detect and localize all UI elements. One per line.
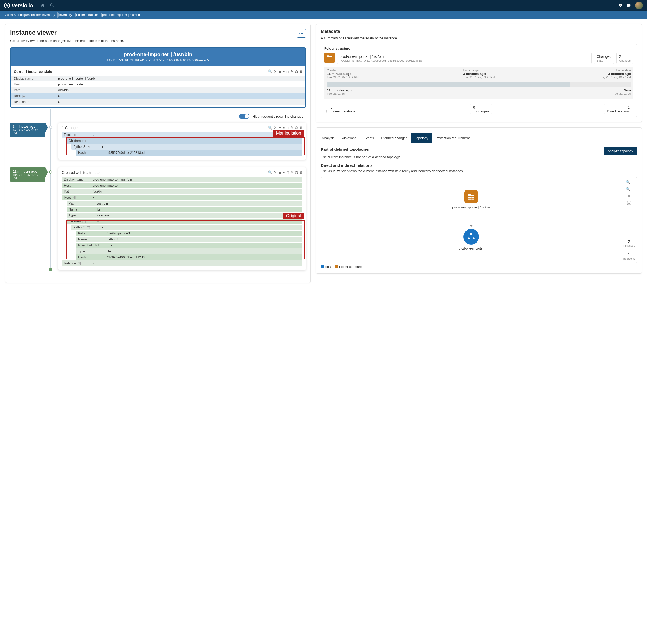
copy-icon[interactable]: ⧉	[300, 69, 302, 74]
list-icon[interactable]: ≣	[278, 171, 281, 175]
expand-relation[interactable]: ▸	[58, 100, 302, 104]
tab-protection[interactable]: Protection requirement	[432, 133, 474, 143]
e2-v0: prod-one-importer | /usr/bin	[92, 178, 300, 181]
k-relation[interactable]: Relation [1]	[14, 100, 58, 104]
topology-graph[interactable]: prod-one-importer | /usr/bin prod-one-im…	[321, 177, 637, 263]
folder-node-icon[interactable]	[464, 190, 478, 203]
scales-icon[interactable]: ⚖	[295, 126, 298, 130]
meta-state-box: Changed State	[594, 53, 614, 64]
topo-title2: Direct and indirect relations	[321, 163, 637, 168]
bookmark-icon[interactable]: ◻	[286, 69, 289, 74]
scales-icon[interactable]: ⚖	[295, 171, 298, 175]
instances-l: Instances	[623, 244, 635, 247]
expand-icon[interactable]: ✕	[628, 194, 630, 198]
e1-children[interactable]: Children [1]	[69, 139, 97, 143]
e2-k1: Host	[64, 184, 92, 187]
e2-py-v2: true	[106, 244, 300, 247]
timeline-tag-1[interactable]: 3 minutes ago Tue, 21-01-25, 10:27 PM	[10, 123, 45, 137]
svg-line-1	[53, 6, 54, 7]
bookmark-icon[interactable]: ◻	[286, 171, 289, 175]
meta-changes-l: Changes	[619, 59, 631, 62]
e2-relation[interactable]: Relation [1]	[64, 261, 92, 265]
tab-events[interactable]: Events	[360, 133, 378, 143]
search-icon[interactable]: 🔍	[268, 126, 272, 130]
timeline: Hide frequently recurring changes 3 minu…	[10, 109, 306, 270]
brand-bold: versio	[12, 3, 27, 8]
breadcrumb: Asset & configuration item inventory Inv…	[0, 11, 647, 19]
meta-changes: 2	[619, 54, 631, 59]
arrow-down-icon: ↓	[325, 108, 328, 114]
tab-violations[interactable]: Violations	[338, 133, 360, 143]
chat-icon[interactable]	[627, 3, 631, 8]
k-displayname: Display name	[14, 77, 58, 80]
e1-hash-v: e985976e0dade215818ed...	[106, 151, 300, 154]
svg-point-3	[468, 237, 470, 239]
crumb-0[interactable]: Asset & configuration item inventory	[4, 13, 58, 17]
e2-py-k2: Is symbolic link	[78, 244, 106, 247]
hide-toggle[interactable]	[239, 114, 249, 119]
time-bar	[327, 82, 631, 87]
svg-point-4	[473, 237, 475, 239]
e2-root[interactable]: Root [4]	[64, 196, 92, 199]
meta-lastchange-d: Tue, 21-01-25, 10:27 PM	[463, 76, 495, 79]
metadata-card: Metadata A summary of all relevant metad…	[316, 24, 642, 122]
hide-toggle-label: Hide frequently recurring changes	[253, 115, 303, 118]
e2-python3[interactable]: Python3 [5]	[73, 226, 102, 229]
k-host: Host	[14, 82, 58, 86]
copy-icon[interactable]: ⧉	[300, 126, 302, 130]
meta-lastchange-l: Last change	[463, 69, 495, 72]
shuffle-icon[interactable]: ✕	[274, 126, 277, 130]
user-avatar[interactable]	[635, 2, 643, 9]
tab-analysis[interactable]: Analysis	[318, 133, 338, 143]
crumb-2[interactable]: Folder structure	[75, 13, 101, 17]
e1-root[interactable]: Root [4]	[64, 133, 92, 137]
more-button[interactable]: •••	[297, 29, 306, 38]
meta-section: Folder structure	[324, 47, 634, 51]
bookmark-icon[interactable]: ◻	[286, 126, 289, 130]
tab-topology[interactable]: Topology	[411, 133, 432, 143]
image-icon[interactable]: 🖼	[627, 201, 631, 205]
search-icon[interactable]: 🔍	[268, 69, 272, 74]
expand-root[interactable]: ▸	[58, 94, 302, 98]
e1-python3[interactable]: Python3 [5]	[73, 145, 102, 148]
crumb-1[interactable]: Inventory	[58, 13, 75, 17]
edit-icon[interactable]: ✎	[291, 69, 294, 74]
e2-py-v1: python3	[106, 238, 300, 241]
heartbeat-icon[interactable]	[619, 3, 623, 8]
e1-hash-k: Hash	[78, 151, 106, 154]
zoom-out-icon[interactable]: 🔍−	[626, 187, 632, 191]
indirect-n: 0	[331, 106, 355, 109]
zoom-in-icon[interactable]: 🔍+	[626, 180, 632, 184]
crumb-3[interactable]: prod-one-importer | /usr/bin	[101, 13, 143, 17]
collapse-icon[interactable]: ≡	[283, 69, 285, 74]
collapse-icon[interactable]: ≡	[283, 171, 285, 175]
tab-planned[interactable]: Planned changes	[378, 133, 411, 143]
home-icon[interactable]	[41, 3, 45, 8]
scales-icon[interactable]: ⚖	[295, 69, 298, 74]
list-icon[interactable]: ≣	[278, 126, 281, 130]
list-icon[interactable]: ≣	[278, 69, 281, 74]
edit-icon[interactable]: ✎	[291, 171, 294, 175]
brand-icon: V	[4, 3, 10, 8]
shuffle-icon[interactable]: ✕	[274, 69, 277, 74]
e2-rr-k1: Name	[69, 208, 97, 211]
analyze-topology-button[interactable]: Analyze topology	[604, 147, 637, 155]
edge-icon	[471, 211, 472, 227]
current-state-title: Current instance state	[14, 69, 52, 74]
meta-created-v: 11 minutes ago	[327, 72, 359, 76]
search-icon[interactable]: 🔍	[268, 171, 272, 175]
host-node-icon[interactable]	[463, 229, 479, 245]
k-root[interactable]: Root [4]	[14, 94, 58, 98]
collapse-icon[interactable]: ≡	[283, 126, 285, 130]
k-path: Path	[14, 88, 58, 92]
search-icon[interactable]	[50, 3, 54, 8]
brand-logo[interactable]: V versio.io	[4, 3, 33, 9]
timeline-tag-2[interactable]: 11 minutes ago Tue, 21-01-25, 10:19 PM	[10, 167, 45, 182]
e2-children[interactable]: Children [1]	[69, 219, 97, 223]
v-displayname: prod-one-importer | /usr/bin	[58, 77, 302, 80]
shuffle-icon[interactable]: ✕	[274, 171, 277, 175]
copy-icon[interactable]: ⧉	[300, 171, 302, 175]
e2-k0: Display name	[64, 178, 92, 181]
edit-icon[interactable]: ✎	[291, 126, 294, 130]
tag2-dt: Tue, 21-01-25, 10:19 PM	[13, 173, 43, 180]
